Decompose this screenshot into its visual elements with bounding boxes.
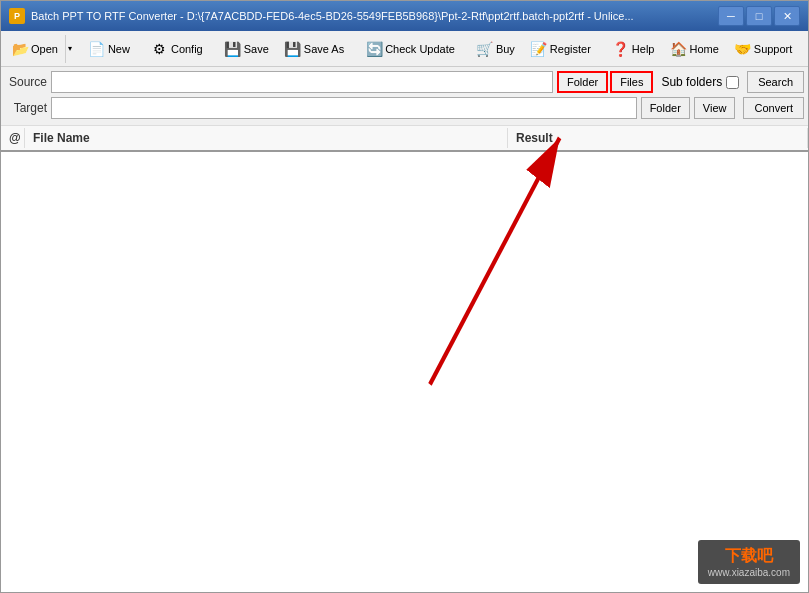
search-button[interactable]: Search [747,71,804,93]
col-icon-header: @ [1,128,25,148]
sub-folders-label: Sub folders [661,75,722,89]
sub-folders-checkbox[interactable] [726,76,739,89]
source-folder-button[interactable]: Folder [557,71,608,93]
register-label: Register [550,43,591,55]
buy-icon: 🛒 [477,41,493,57]
watermark: 下载吧 www.xiazaiba.com [698,540,800,584]
title-bar-left: P Batch PPT TO RTF Converter - D:\{7A7AC… [9,8,634,24]
file-list-area: @ File Name Result [1,126,808,592]
help-label: Help [632,43,655,55]
window-title: Batch PPT TO RTF Converter - D:\{7A7ACBD… [31,10,634,22]
col-filename-header: File Name [25,128,508,148]
col-result-header: Result [508,128,808,148]
save-icon: 💾 [225,41,241,57]
register-icon: 📝 [531,41,547,57]
file-list-header: @ File Name Result [1,126,808,152]
target-row: Target Folder View Convert [5,97,804,119]
source-row: Source Folder Files Sub folders Search [5,71,804,93]
title-bar-controls: ─ □ ✕ [718,6,800,26]
source-buttons: Folder Files [557,71,653,93]
buy-label: Buy [496,43,515,55]
save-as-label: Save As [304,43,344,55]
app-icon: P [9,8,25,24]
home-button[interactable]: 🏠 Home [663,35,725,63]
home-icon: 🏠 [670,41,686,57]
check-update-icon: 🔄 [366,41,382,57]
support-button[interactable]: 🤝 Support [728,35,800,63]
save-button[interactable]: 💾 Save [218,35,276,63]
open-button[interactable]: 📂 Open [5,35,65,63]
controls-group: Source Folder Files Sub folders Search T… [1,67,808,126]
buy-button[interactable]: 🛒 Buy [470,35,522,63]
convert-button[interactable]: Convert [743,97,804,119]
save-label: Save [244,43,269,55]
open-btn-group: 📂 Open ▾ [5,35,74,63]
main-window: P Batch PPT TO RTF Converter - D:\{7A7AC… [0,0,809,593]
watermark-top: 下载吧 [708,546,790,567]
toolbar: 📂 Open ▾ 📄 New ⚙ Config 💾 Save 💾 Save As… [1,31,808,67]
open-label: Open [31,43,58,55]
open-dropdown-arrow[interactable]: ▾ [65,35,74,63]
minimize-button[interactable]: ─ [718,6,744,26]
close-button[interactable]: ✕ [774,6,800,26]
new-button[interactable]: 📄 New [82,35,137,63]
register-button[interactable]: 📝 Register [524,35,598,63]
save-as-button[interactable]: 💾 Save As [278,35,351,63]
check-update-label: Check Update [385,43,455,55]
target-view-button[interactable]: View [694,97,736,119]
source-input[interactable] [51,71,553,93]
about-button[interactable]: ℹ About [801,35,809,63]
config-label: Config [171,43,203,55]
save-as-icon: 💾 [285,41,301,57]
help-icon: ❓ [613,41,629,57]
title-bar: P Batch PPT TO RTF Converter - D:\{7A7AC… [1,1,808,31]
sub-folders-group: Sub folders [661,75,739,89]
check-update-button[interactable]: 🔄 Check Update [359,35,462,63]
help-button[interactable]: ❓ Help [606,35,662,63]
watermark-bottom: www.xiazaiba.com [708,567,790,578]
config-icon: ⚙ [152,41,168,57]
source-label: Source [5,75,47,89]
config-button[interactable]: ⚙ Config [145,35,210,63]
target-label: Target [5,101,47,115]
home-label: Home [689,43,718,55]
source-files-button[interactable]: Files [610,71,653,93]
new-icon: 📄 [89,41,105,57]
support-label: Support [754,43,793,55]
target-input[interactable] [51,97,637,119]
main-content: Source Folder Files Sub folders Search T… [1,67,808,592]
file-list-body[interactable] [1,152,808,588]
new-label: New [108,43,130,55]
open-icon: 📂 [12,41,28,57]
maximize-button[interactable]: □ [746,6,772,26]
target-folder-button[interactable]: Folder [641,97,690,119]
support-icon: 🤝 [735,41,751,57]
